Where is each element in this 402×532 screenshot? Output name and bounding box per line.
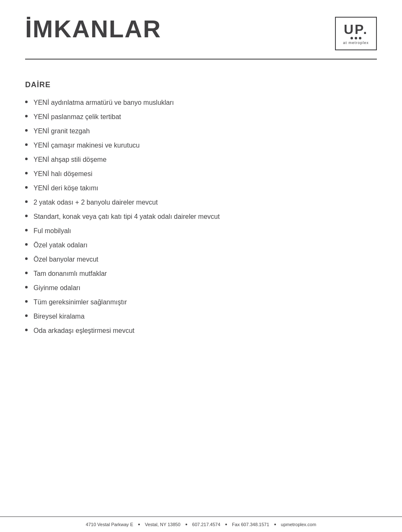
bullet-icon [25,229,28,231]
list-item: YENİ çamaşır makinesi ve kurutucu [25,140,377,151]
footer-sep-3 [225,524,227,525]
header: İMKANLAR UP. at metroplex [25,17,377,60]
list-item: YENİ paslanmaz çelik tertibat [25,112,377,122]
bullet-icon [25,143,28,146]
list-item: Giyinme odaları [25,283,377,293]
list-item: Bireysel kiralama [25,311,377,322]
bullet-icon [25,314,28,317]
bullet-icon [25,243,28,246]
footer-city: Vestal, NY 13850 [145,522,180,527]
bullet-icon [25,257,28,260]
page-footer: 4710 Vestal Parkway E Vestal, NY 13850 6… [0,516,402,532]
list-item-text: YENİ aydınlatma armatürü ve banyo musluk… [34,98,377,108]
list-item-text: Tam donanımlı mutfaklar [34,269,377,279]
bullet-icon [25,272,28,274]
amenities-list: YENİ aydınlatma armatürü ve banyo musluk… [25,98,377,336]
list-item-text: 2 yatak odası + 2 banyolu daireler mevcu… [34,197,377,208]
list-item-text: Giyinme odaları [34,283,377,293]
list-item-text: YENİ ahşap stili döşeme [34,155,377,165]
list-item: YENİ deri köşe takımı [25,183,377,193]
list-item-text: YENİ çamaşır makinesi ve kurutucu [34,140,377,151]
page-container: İMKANLAR UP. at metroplex DAİRE YENİ ayd… [0,0,402,532]
section: DAİRE YENİ aydınlatma armatürü ve banyo … [25,80,377,336]
list-item-text: YENİ granit tezgah [34,126,377,136]
section-heading: DAİRE [25,80,377,89]
footer-sep-1 [138,524,140,525]
logo-dot-3 [359,37,361,39]
bullet-icon [25,329,28,331]
footer-phone: 607.217.4574 [192,522,220,527]
footer-address: 4710 Vestal Parkway E [86,522,133,527]
logo: UP. at metroplex [335,17,377,50]
list-item-text: Özel yatak odaları [34,240,377,250]
list-item-text: YENİ deri köşe takımı [34,183,377,193]
list-item: YENİ halı döşemesi [25,169,377,179]
list-item-text: Bireysel kiralama [34,311,377,322]
list-item: Özel banyolar mevcut [25,254,377,265]
footer-sep-2 [186,524,187,525]
list-item: Tam donanımlı mutfaklar [25,269,377,279]
bullet-icon [25,215,28,217]
list-item: Özel yatak odaları [25,240,377,250]
list-item: 2 yatak odası + 2 banyolu daireler mevcu… [25,197,377,208]
footer-sep-4 [274,524,276,525]
list-item-text: YENİ paslanmaz çelik tertibat [34,112,377,122]
list-item: YENİ granit tezgah [25,126,377,136]
bullet-icon [25,129,28,132]
logo-dots [350,37,361,39]
bullet-icon [25,186,28,189]
logo-dot-2 [355,37,357,39]
footer-website: upmetroplex.com [281,522,316,527]
bullet-icon [25,158,28,160]
list-item: YENİ aydınlatma armatürü ve banyo musluk… [25,98,377,108]
logo-subtext: at metroplex [343,41,369,45]
bullet-icon [25,115,28,117]
bullet-icon [25,200,28,203]
footer-fax-label: Fax 607.348.1571 [232,522,269,527]
page-title: İMKANLAR [25,17,161,41]
bullet-icon [25,286,28,288]
list-item: YENİ ahşap stili döşeme [25,155,377,165]
list-item: Oda arkadaşı eşleştirmesi mevcut [25,326,377,336]
list-item-text: Standart, konak veya çatı katı tipi 4 ya… [34,212,377,222]
list-item-text: Ful mobilyalı [34,226,377,236]
logo-text: UP. [344,23,368,36]
bullet-icon [25,101,28,103]
list-item-text: Tüm gereksinimler sağlanmıştır [34,297,377,307]
list-item-text: Özel banyolar mevcut [34,254,377,265]
logo-dot-1 [350,37,353,39]
list-item: Standart, konak veya çatı katı tipi 4 ya… [25,212,377,222]
list-item-text: Oda arkadaşı eşleştirmesi mevcut [34,326,377,336]
list-item: Ful mobilyalı [25,226,377,236]
list-item: Tüm gereksinimler sağlanmıştır [25,297,377,307]
list-item-text: YENİ halı döşemesi [34,169,377,179]
bullet-icon [25,300,28,303]
bullet-icon [25,172,28,174]
